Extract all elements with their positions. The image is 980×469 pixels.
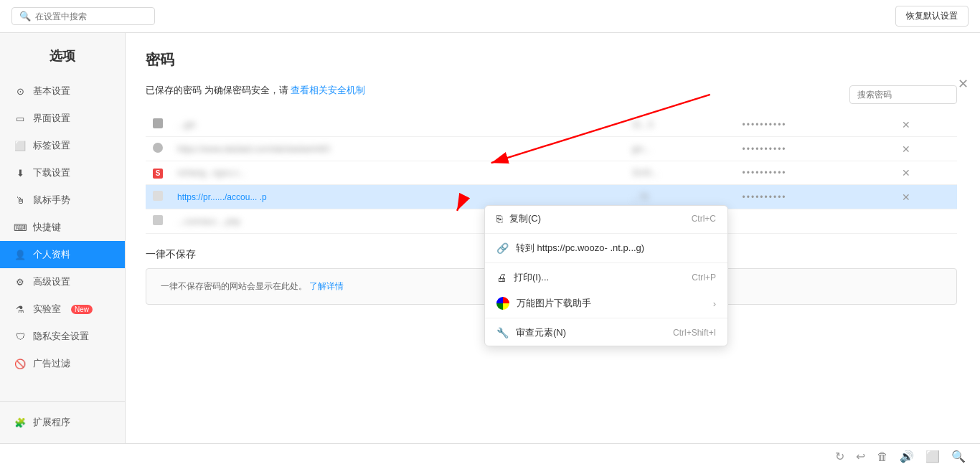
print-label: 打印(I)... (514, 271, 549, 284)
wangneng-label: 万能图片下载助手 (517, 297, 591, 310)
print-icon: 🖨 (496, 272, 507, 283)
site-icon (153, 191, 163, 201)
context-menu-copy[interactable]: ⎘ 复制(C) Ctrl+C (485, 206, 727, 232)
sidebar-label-shortcut: 快捷键 (33, 221, 61, 234)
link-icon: 🔗 (496, 242, 509, 254)
context-menu-goto[interactable]: 🔗 转到 https://pc.woozo- .nt.p...g) (485, 235, 727, 261)
table-row: S nzhang...ngou.c... 3143... •••••••••• … (146, 161, 957, 185)
saved-header: 已保存的密码 为确保密码安全，请 查看相关安全机制 (146, 84, 365, 97)
sidebar-item-tabs[interactable]: ⬜ 标签设置 (0, 132, 125, 159)
context-menu-wangneng[interactable]: 万能图片下载助手 › (485, 290, 727, 316)
sidebar-label-tabs: 标签设置 (33, 139, 70, 152)
site-url: ...com/acc....php (177, 217, 240, 227)
window-icon[interactable]: ⬜ (925, 450, 940, 463)
site-icon (153, 215, 163, 225)
user-icon: 👤 (14, 249, 26, 260)
username: ...76 (632, 192, 649, 202)
context-menu: ⎘ 复制(C) Ctrl+C 🔗 转到 https://pc.woozo- .n… (484, 205, 728, 346)
back-icon[interactable]: ↩ (856, 450, 865, 463)
sidebar-label-ui: 界面设置 (33, 112, 70, 125)
sidebar-label-privacy: 隐私安全设置 (33, 330, 89, 343)
sidebar-item-download[interactable]: ⬇ 下载设置 (0, 159, 125, 186)
app-container: 🔍 恢复默认设置 选项 ⊙ 基本设置 ▭ 界面设置 ⬜ 标签设置 ⬇ 下载设置 (0, 0, 980, 469)
topbar: 🔍 恢复默认设置 (0, 0, 980, 33)
reset-button[interactable]: 恢复默认设置 (895, 6, 969, 27)
site-icon (153, 118, 163, 128)
password-dots: •••••••••• (743, 168, 787, 178)
search-bottom-icon[interactable]: 🔍 (951, 450, 966, 463)
site-url: ...gin (177, 120, 196, 130)
sound-icon[interactable]: 🔊 (900, 450, 914, 463)
monitor-icon: ▭ (14, 113, 26, 124)
delete-button[interactable]: ✕ (902, 191, 910, 203)
sidebar-label-basic: 基本设置 (33, 85, 70, 98)
site-icon-s: S (153, 169, 163, 179)
sidebar-label-advanced: 高级设置 (33, 275, 70, 288)
site-url: https://www.daidaid.com/lab/daidainh6O (177, 144, 330, 154)
content-row: 选项 ⊙ 基本设置 ▭ 界面设置 ⬜ 标签设置 ⬇ 下载设置 🖱 鼠标手势 (0, 33, 980, 443)
inspect-icon: 🔧 (496, 327, 509, 338)
username: 31...5 (632, 120, 654, 130)
lab-badge: New (71, 305, 93, 314)
circle-icon: ⊙ (14, 85, 26, 97)
sidebar-label-profile: 个人资料 (33, 248, 70, 261)
sidebar-item-shortcut[interactable]: ⌨ 快捷键 (0, 214, 125, 241)
password-dots: •••••••••• (743, 192, 787, 202)
context-menu-print[interactable]: 🖨 打印(I)... Ctrl+P (485, 265, 727, 290)
sidebar-item-profile[interactable]: 👤 个人资料 (0, 241, 125, 268)
sidebar-label-mouse: 鼠标手势 (33, 194, 70, 207)
password-dots: •••••••••• (743, 120, 787, 130)
shield-icon: 🛡 (14, 331, 26, 342)
sidebar-item-adblock[interactable]: 🚫 广告过滤 (0, 350, 125, 377)
flask-icon: ⚗ (14, 303, 26, 315)
password-search-input[interactable] (849, 85, 957, 104)
context-menu-inspect[interactable]: 🔧 审查元素(N) Ctrl+Shift+I (485, 320, 727, 346)
sidebar-item-advanced[interactable]: ⚙ 高级设置 (0, 268, 125, 295)
copy-icon: ⎘ (496, 213, 502, 224)
download-icon: ⬇ (14, 167, 26, 179)
password-dots: •••••••••• (743, 144, 787, 154)
search-box[interactable]: 🔍 (11, 7, 155, 25)
sidebar-bottom: 🧩 扩展程序 (0, 401, 125, 443)
sidebar-item-lab[interactable]: ⚗ 实验室 New (0, 295, 125, 323)
sidebar-item-basic[interactable]: ⊙ 基本设置 (0, 77, 125, 105)
learn-more-link[interactable]: 了解详情 (309, 281, 344, 291)
table-row: https://www.daidaid.com/lab/daidainh6O g… (146, 137, 957, 161)
mouse-icon: 🖱 (14, 194, 26, 206)
inspect-shortcut: Ctrl+Shift+I (673, 328, 716, 338)
delete-icon[interactable]: 🗑 (877, 450, 888, 463)
wangneng-icon (496, 297, 509, 310)
chevron-right-icon: › (713, 298, 716, 309)
sidebar: 选项 ⊙ 基本设置 ▭ 界面设置 ⬜ 标签设置 ⬇ 下载设置 🖱 鼠标手势 (0, 33, 126, 443)
goto-label: 转到 https://pc.woozo- .nt.p...g) (516, 242, 644, 255)
block-icon: 🚫 (14, 358, 26, 369)
sidebar-label-lab: 实验室 (33, 303, 61, 316)
sidebar-item-ui[interactable]: ▭ 界面设置 (0, 105, 125, 132)
delete-button[interactable]: ✕ (902, 143, 910, 155)
username: gin... (632, 144, 651, 154)
delete-button[interactable]: ✕ (902, 167, 910, 179)
menu-divider (485, 318, 727, 318)
username: 3143... (632, 168, 659, 178)
app-title: 选项 (0, 39, 125, 77)
print-shortcut: Ctrl+P (692, 273, 716, 283)
keyboard-icon: ⌨ (14, 222, 26, 233)
sidebar-item-mouse[interactable]: 🖱 鼠标手势 (0, 186, 125, 214)
sidebar-item-privacy[interactable]: 🛡 隐私安全设置 (0, 323, 125, 350)
security-link[interactable]: 查看相关安全机制 (291, 85, 365, 95)
puzzle-icon: 🧩 (14, 417, 26, 428)
delete-button[interactable]: ✕ (902, 119, 910, 131)
copy-shortcut: Ctrl+C (692, 214, 716, 224)
site-icon (153, 143, 163, 153)
search-icon: 🔍 (19, 11, 31, 22)
close-button[interactable]: ✕ (958, 76, 969, 92)
right-pane: ✕ 密码 已保存的密码 为确保密码安全，请 查看相关安全机制 ...gin 31… (126, 33, 980, 443)
table-row: ...gin 31...5 •••••••••• ✕ (146, 113, 957, 137)
refresh-icon[interactable]: ↻ (835, 450, 844, 463)
sidebar-label-download: 下载设置 (33, 166, 70, 179)
search-input[interactable] (35, 11, 147, 22)
sidebar-label-extensions: 扩展程序 (33, 416, 70, 429)
tab-icon: ⬜ (14, 140, 26, 151)
sidebar-item-extensions[interactable]: 🧩 扩展程序 (0, 409, 125, 436)
sidebar-label-adblock: 广告过滤 (33, 357, 70, 370)
